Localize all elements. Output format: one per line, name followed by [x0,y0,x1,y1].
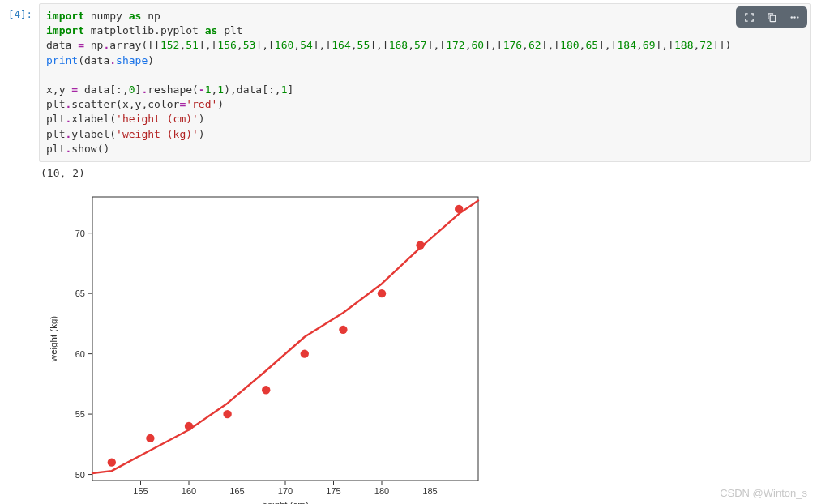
svg-text:180: 180 [374,486,389,496]
svg-point-32 [146,434,154,442]
svg-point-34 [223,410,231,418]
code-cell: [4]: import numpy as np import matplotli… [0,0,817,162]
svg-point-33 [185,422,193,430]
more-icon[interactable] [785,9,803,25]
scatter-plot: 1551601651701751801855055606570height (c… [39,189,493,504]
svg-point-38 [378,289,386,297]
copy-icon[interactable] [763,9,781,25]
cell-toolbar [736,6,807,28]
expand-icon[interactable] [740,9,758,25]
svg-text:185: 185 [422,486,437,496]
svg-text:70: 70 [75,229,85,238]
input-area: import numpy as np import matplotlib.pyp… [39,3,811,162]
chart-output: 1551601651701751801855055606570height (c… [0,186,817,504]
svg-text:55: 55 [75,409,85,419]
svg-point-1 [790,16,792,18]
svg-text:weight (kg): weight (kg) [49,316,58,362]
code-editor[interactable]: import numpy as np import matplotlib.pyp… [39,3,811,162]
svg-point-39 [416,241,424,249]
svg-point-36 [301,349,309,357]
svg-text:155: 155 [133,486,148,496]
svg-point-2 [793,16,795,18]
output-row: (10, 2) [0,162,817,186]
svg-text:165: 165 [229,486,244,496]
svg-point-3 [797,16,798,18]
svg-point-40 [455,205,463,213]
svg-text:65: 65 [75,288,85,298]
stdout-output: (10, 2) [39,162,811,186]
svg-point-31 [108,458,116,466]
svg-point-37 [339,326,347,334]
svg-text:170: 170 [278,486,293,496]
svg-text:160: 160 [182,486,196,496]
svg-text:175: 175 [326,486,340,496]
svg-point-35 [262,386,270,394]
svg-text:60: 60 [75,348,85,358]
svg-text:height (cm): height (cm) [262,500,309,504]
cell-prompt: [4]: [6,3,39,20]
svg-text:50: 50 [75,469,85,479]
svg-rect-0 [770,15,776,22]
